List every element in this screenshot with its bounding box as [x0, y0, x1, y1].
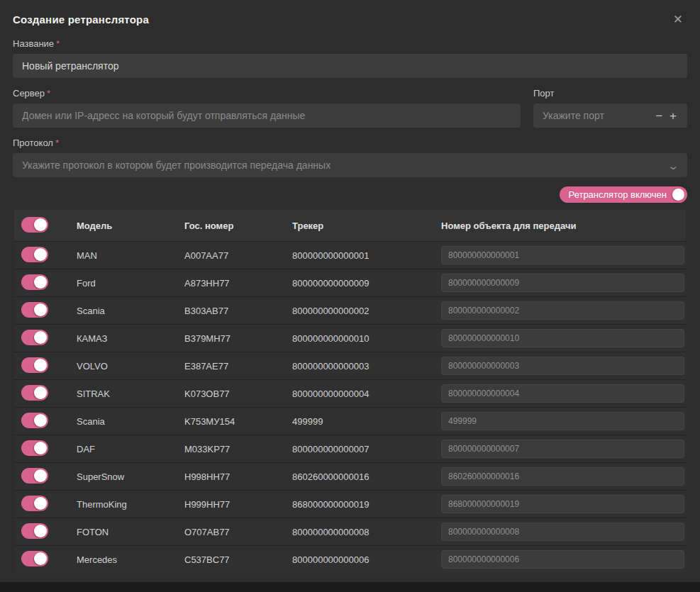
table-row: FOTON O707AB77 800000000000008 — [14, 518, 686, 545]
row-toggle[interactable] — [21, 302, 48, 318]
protocol-select[interactable]: Укажите протокол в котором будет произво… — [13, 153, 687, 177]
repeater-toggle-row: Ретранслятор включен — [13, 186, 687, 203]
cell-model: DAF — [77, 444, 184, 454]
cell-tracker: 800000000000001 — [292, 250, 441, 261]
table-row: MAN A007AA77 800000000000001 — [14, 241, 686, 269]
table-row: SuperSnow H998HH77 860260000000016 — [14, 462, 686, 490]
row-toggle-cell — [14, 440, 77, 458]
row-toggle[interactable] — [21, 330, 48, 345]
table-body: MAN A007AA77 800000000000001 Ford A873HH… — [14, 241, 686, 573]
object-number-input[interactable] — [441, 301, 684, 320]
cell-plate: A873HH77 — [184, 278, 292, 289]
row-toggle-cell — [14, 523, 77, 541]
header-plate: Гос. номер — [184, 220, 292, 231]
object-number-input[interactable] — [441, 440, 684, 458]
toggle-knob — [34, 359, 47, 372]
cell-object-number — [441, 384, 686, 403]
table-header-row: Модель Гос. номер Трекер Номер объекта д… — [14, 210, 686, 241]
cell-plate: O707AB77 — [184, 527, 292, 537]
name-label: Название* — [13, 38, 687, 49]
plus-icon[interactable]: + — [666, 110, 680, 122]
row-toggle[interactable] — [21, 413, 48, 428]
table-row: Scania B303AB77 800000000000002 — [14, 296, 686, 324]
cell-plate: B303AB77 — [184, 306, 292, 316]
table-row: ThermoKing H999HH77 868000000000019 — [14, 490, 686, 518]
protocol-label-text: Протокол — [13, 138, 53, 148]
object-number-input[interactable] — [441, 550, 684, 569]
row-toggle-cell — [14, 413, 77, 430]
protocol-placeholder: Укажите протокол в котором будет произво… — [22, 160, 330, 171]
toggle-knob — [34, 525, 47, 537]
cell-model: Ford — [77, 278, 184, 289]
cell-plate: K073OB77 — [184, 389, 292, 399]
toggle-knob — [34, 442, 47, 454]
toggle-knob — [34, 414, 47, 427]
server-field: Сервер* — [13, 78, 521, 128]
toggle-knob — [34, 386, 47, 399]
row-toggle[interactable] — [21, 440, 48, 456]
table-row: Ford A873HH77 800000000000009 — [14, 269, 686, 296]
row-toggle-cell — [14, 330, 77, 347]
cell-plate: H998HH77 — [184, 471, 292, 482]
cell-model: VOLVO — [77, 361, 184, 372]
cell-object-number — [441, 357, 686, 375]
row-toggle[interactable] — [21, 385, 48, 401]
row-toggle[interactable] — [21, 247, 48, 262]
minus-icon[interactable]: − — [652, 110, 666, 122]
cell-object-number — [441, 412, 686, 430]
server-port-row: Сервер* Порт − + — [13, 78, 687, 128]
cell-object-number — [441, 329, 686, 347]
cell-object-number — [441, 495, 686, 513]
object-number-input[interactable] — [441, 467, 684, 486]
cell-model: Scania — [77, 306, 184, 316]
object-number-input[interactable] — [441, 274, 684, 292]
row-toggle[interactable] — [21, 496, 48, 511]
vehicles-table: Модель Гос. номер Трекер Номер объекта д… — [14, 210, 686, 573]
table-row: КАМАЗ B379MH77 800000000000010 — [14, 324, 686, 352]
cell-object-number — [441, 301, 686, 320]
row-toggle-cell — [14, 247, 77, 264]
cell-model: КАМАЗ — [77, 333, 184, 344]
toggle-knob — [34, 469, 47, 482]
object-number-input[interactable] — [441, 329, 684, 347]
row-toggle[interactable] — [21, 551, 48, 566]
cell-tracker: 868000000000019 — [292, 499, 441, 510]
port-input[interactable] — [533, 104, 652, 128]
row-toggle[interactable] — [21, 357, 48, 373]
cell-plate: A007AA77 — [184, 250, 292, 261]
row-toggle-cell — [14, 274, 77, 292]
required-mark: * — [56, 38, 60, 49]
server-input[interactable] — [13, 104, 521, 128]
chevron-down-icon: ⌄ — [667, 160, 680, 171]
cell-model: SuperSnow — [77, 471, 184, 482]
toggle-knob — [34, 248, 47, 261]
name-label-text: Название — [13, 38, 54, 49]
port-field: Порт − + — [533, 78, 687, 128]
protocol-label: Протокол* — [13, 138, 687, 148]
object-number-input[interactable] — [441, 357, 684, 375]
close-icon[interactable]: ✕ — [669, 11, 687, 28]
port-label: Порт — [533, 88, 687, 99]
table-row: DAF M033KP77 800000000000007 — [14, 435, 686, 462]
object-number-input[interactable] — [441, 523, 684, 541]
cell-plate: B379MH77 — [184, 333, 292, 344]
cell-tracker: 800000000000009 — [292, 278, 441, 289]
object-number-input[interactable] — [441, 412, 684, 430]
toggle-knob — [34, 552, 47, 565]
row-toggle[interactable] — [21, 468, 48, 484]
cell-object-number — [441, 246, 686, 264]
table-row: Mercedes C537BC77 800000000000006 — [14, 545, 686, 573]
row-toggle[interactable] — [21, 523, 48, 539]
master-toggle[interactable] — [21, 217, 48, 233]
cell-model: Scania — [77, 416, 184, 427]
name-input[interactable] — [13, 54, 687, 78]
object-number-input[interactable] — [441, 384, 684, 403]
object-number-input[interactable] — [441, 246, 684, 264]
cell-tracker: 860260000000016 — [292, 471, 441, 482]
repeater-enabled-toggle[interactable]: Ретранслятор включен — [560, 186, 687, 203]
cell-plate: K753МУ154 — [184, 416, 292, 427]
modal-title: Создание ретранслятора — [13, 13, 149, 26]
object-number-input[interactable] — [441, 495, 684, 513]
cell-object-number — [441, 274, 686, 292]
row-toggle[interactable] — [21, 274, 48, 290]
